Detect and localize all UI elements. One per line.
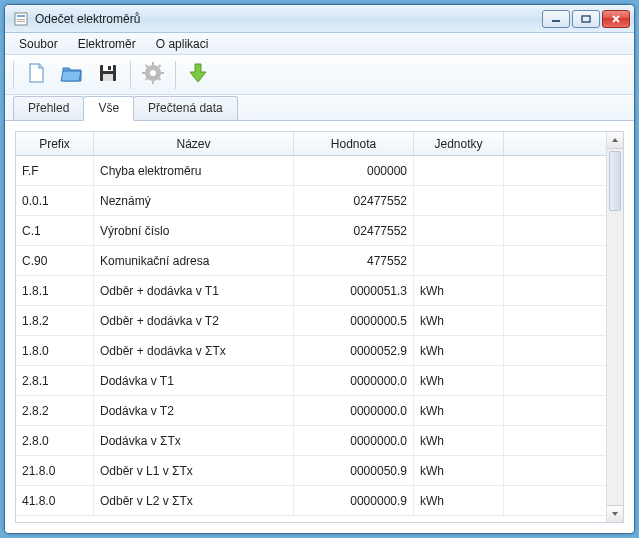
content-area: Prefix Název Hodnota Jednotky F.FChyba e… [5, 121, 634, 533]
cell-unit: kWh [414, 276, 504, 305]
table-row[interactable]: 41.8.0Odběr v L2 v ΣTx0000000.9kWh [16, 486, 606, 516]
cell-prefix: 0.0.1 [16, 186, 94, 215]
header-unit[interactable]: Jednotky [414, 132, 504, 155]
cell-unit: kWh [414, 306, 504, 335]
cell-spacer [504, 246, 606, 275]
cell-value: 0000051.3 [294, 276, 414, 305]
new-file-button[interactable] [20, 59, 52, 91]
app-icon [13, 11, 29, 27]
header-prefix[interactable]: Prefix [16, 132, 94, 155]
table-row[interactable]: 21.8.0Odběr v L1 v ΣTx0000050.9kWh [16, 456, 606, 486]
close-button[interactable] [602, 10, 630, 28]
data-grid: Prefix Název Hodnota Jednotky F.FChyba e… [15, 131, 624, 523]
svg-rect-2 [17, 19, 25, 20]
tab-vse[interactable]: Vše [83, 96, 134, 121]
cell-value: 0000050.9 [294, 456, 414, 485]
cell-unit: kWh [414, 336, 504, 365]
open-folder-icon [60, 61, 84, 88]
cell-unit [414, 246, 504, 275]
cell-prefix: 2.8.0 [16, 426, 94, 455]
cell-prefix: 2.8.1 [16, 366, 94, 395]
cell-name: Komunikační adresa [94, 246, 294, 275]
cell-spacer [504, 456, 606, 485]
svg-rect-14 [142, 72, 146, 74]
scroll-track[interactable] [607, 149, 623, 505]
menubar: Soubor Elektroměr O aplikaci [5, 33, 634, 55]
grid-rows: F.FChyba elektroměru0000000.0.1Neznámý02… [16, 156, 606, 522]
cell-name: Odběr + dodávka v T2 [94, 306, 294, 335]
save-button[interactable] [92, 59, 124, 91]
svg-rect-9 [103, 74, 113, 81]
cell-prefix: C.1 [16, 216, 94, 245]
svg-rect-5 [582, 16, 590, 22]
cell-value: 0000000.0 [294, 396, 414, 425]
cell-spacer [504, 366, 606, 395]
svg-rect-15 [160, 72, 164, 74]
app-window: Odečet elektroměrů Soubor Elektroměr O a… [4, 4, 635, 534]
cell-unit [414, 156, 504, 185]
cell-name: Odběr + dodávka v ΣTx [94, 336, 294, 365]
table-row[interactable]: 1.8.0Odběr + dodávka v ΣTx0000052.9kWh [16, 336, 606, 366]
cell-unit: kWh [414, 486, 504, 515]
cell-value: 477552 [294, 246, 414, 275]
cell-prefix: C.90 [16, 246, 94, 275]
svg-rect-1 [17, 15, 25, 17]
cell-name: Dodávka v T1 [94, 366, 294, 395]
cell-spacer [504, 336, 606, 365]
titlebar: Odečet elektroměrů [5, 5, 634, 33]
cell-value: 0000000.0 [294, 366, 414, 395]
scroll-thumb[interactable] [609, 151, 621, 211]
vertical-scrollbar[interactable] [606, 132, 623, 522]
new-file-icon [24, 61, 48, 88]
toolbar-separator [13, 61, 14, 89]
cell-name: Odběr v L1 v ΣTx [94, 456, 294, 485]
cell-value: 0000000.9 [294, 486, 414, 515]
menu-elektromer[interactable]: Elektroměr [68, 35, 146, 53]
svg-rect-13 [152, 80, 154, 84]
cell-prefix: 41.8.0 [16, 486, 94, 515]
table-row[interactable]: F.FChyba elektroměru000000 [16, 156, 606, 186]
toolbar-separator [175, 61, 176, 89]
scroll-down-button[interactable] [607, 505, 623, 522]
save-icon [96, 61, 120, 88]
menu-soubor[interactable]: Soubor [9, 35, 68, 53]
cell-value: 0000000.0 [294, 426, 414, 455]
cell-value: 0000000.5 [294, 306, 414, 335]
header-spacer [504, 132, 606, 155]
cell-prefix: 1.8.2 [16, 306, 94, 335]
settings-button[interactable] [137, 59, 169, 91]
cell-spacer [504, 156, 606, 185]
maximize-button[interactable] [572, 10, 600, 28]
table-row[interactable]: 1.8.1Odběr + dodávka v T10000051.3kWh [16, 276, 606, 306]
cell-name: Výrobní číslo [94, 216, 294, 245]
tab-prehled[interactable]: Přehled [13, 96, 84, 120]
minimize-button[interactable] [542, 10, 570, 28]
table-row[interactable]: C.90Komunikační adresa477552 [16, 246, 606, 276]
header-name[interactable]: Název [94, 132, 294, 155]
cell-unit: kWh [414, 456, 504, 485]
svg-rect-4 [552, 20, 560, 22]
cell-name: Odběr v L2 v ΣTx [94, 486, 294, 515]
cell-value: 000000 [294, 156, 414, 185]
open-folder-button[interactable] [56, 59, 88, 91]
download-button[interactable] [182, 59, 214, 91]
cell-spacer [504, 306, 606, 335]
table-row[interactable]: 2.8.1Dodávka v T10000000.0kWh [16, 366, 606, 396]
cell-spacer [504, 276, 606, 305]
menu-o-aplikaci[interactable]: O aplikaci [146, 35, 219, 53]
cell-prefix: F.F [16, 156, 94, 185]
cell-prefix: 1.8.0 [16, 336, 94, 365]
table-row[interactable]: 2.8.0Dodávka v ΣTx0000000.0kWh [16, 426, 606, 456]
table-row[interactable]: 2.8.2Dodávka v T20000000.0kWh [16, 396, 606, 426]
table-row[interactable]: C.1Výrobní číslo02477552 [16, 216, 606, 246]
header-value[interactable]: Hodnota [294, 132, 414, 155]
svg-point-11 [150, 70, 156, 76]
cell-unit [414, 186, 504, 215]
tab-prectena-data[interactable]: Přečtená data [133, 96, 238, 120]
cell-value: 02477552 [294, 186, 414, 215]
table-row[interactable]: 0.0.1Neznámý02477552 [16, 186, 606, 216]
cell-unit [414, 216, 504, 245]
table-row[interactable]: 1.8.2Odběr + dodávka v T20000000.5kWh [16, 306, 606, 336]
scroll-up-button[interactable] [607, 132, 623, 149]
svg-rect-12 [152, 62, 154, 66]
